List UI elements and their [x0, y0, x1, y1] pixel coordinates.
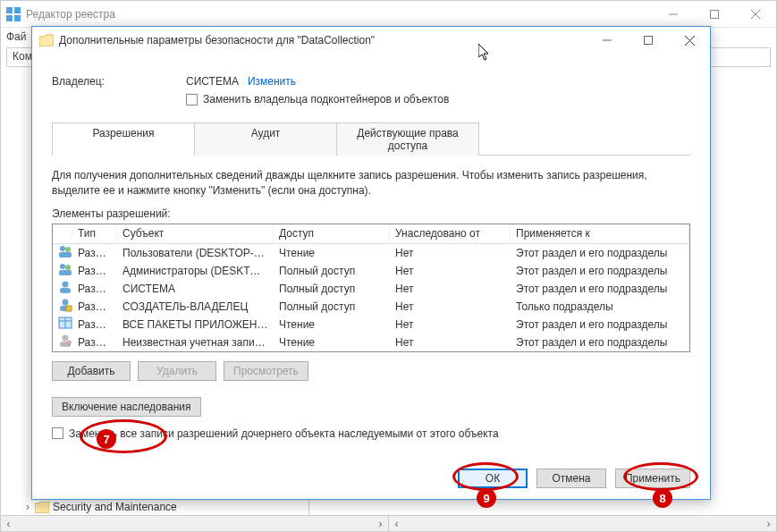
cell-applies: Этот раздел и его подразделы [511, 245, 689, 261]
dialog-maximize-button[interactable] [628, 27, 669, 54]
svg-point-16 [65, 265, 71, 270]
permission-row[interactable]: Разр…Администраторы (DESKTOP-…Полный дос… [53, 262, 689, 280]
cell-inherited: Нет [390, 317, 511, 333]
cell-subject: Администраторы (DESKTOP-… [117, 263, 274, 279]
cell-subject: Неизвестная учетная запись… [117, 334, 274, 350]
col-type[interactable]: Тип [72, 224, 117, 242]
principal-icon: ? [58, 334, 72, 348]
view-button[interactable]: Просмотреть [224, 361, 308, 381]
permission-row[interactable]: ?Разр…Неизвестная учетная запись…ЧтениеН… [53, 334, 689, 351]
cell-access: Полный доступ [274, 263, 390, 279]
regedit-titlebar[interactable]: Редактор реестра [1, 1, 776, 28]
cell-applies: Этот раздел и его подразделы [511, 317, 689, 333]
enable-inheritance-button[interactable]: Включение наследования [52, 397, 201, 417]
principal-icon [58, 262, 72, 276]
permission-row[interactable]: Разр…СИСТЕМАПолный доступНетЭтот раздел … [53, 280, 689, 298]
replace-child-checkbox[interactable] [52, 427, 63, 439]
replace-owner-label: Заменить владельца подконтейнеров и объе… [203, 93, 449, 106]
permissions-list[interactable]: Тип Субъект Доступ Унаследовано от Приме… [52, 224, 690, 352]
principal-icon [58, 280, 72, 294]
cell-applies: Только подразделы [511, 299, 689, 315]
tab-audit[interactable]: Аудит [194, 122, 337, 156]
cell-access: Чтение [274, 317, 390, 333]
col-applies[interactable]: Применяется к [511, 224, 689, 242]
values-hscrollbar[interactable]: ‹ › [389, 516, 776, 531]
svg-text:?: ? [67, 339, 72, 348]
replace-child-label: Заменить все записи разрешений дочернего… [69, 427, 499, 440]
tab-permissions[interactable]: Разрешения [52, 122, 195, 156]
cell-type: Разр… [72, 281, 117, 297]
cell-access: Полный доступ [274, 299, 390, 315]
permission-row[interactable]: Разр…ВСЕ ПАКЕТЫ ПРИЛОЖЕНИЙЧтениеНетЭтот … [53, 316, 689, 334]
advanced-security-dialog: Дополнительные параметры безопасности дл… [31, 26, 711, 500]
svg-rect-14 [59, 252, 72, 258]
svg-point-18 [63, 282, 69, 288]
principal-icon [58, 298, 72, 312]
dialog-tabs: Разрешения Аудит Действующие права досту… [52, 122, 690, 156]
svg-rect-19 [60, 288, 71, 293]
svg-rect-2 [6, 15, 13, 21]
col-subject[interactable]: Субъект [117, 224, 274, 242]
cell-access: Чтение [274, 245, 390, 261]
regedit-title: Редактор реестра [26, 8, 653, 21]
principal-icon [58, 244, 72, 258]
principal-icon [58, 316, 72, 330]
cell-type: Разр… [72, 317, 117, 333]
cell-type: Разр… [72, 299, 117, 315]
regedit-close-button[interactable] [735, 1, 776, 28]
svg-point-20 [63, 300, 69, 306]
tree-item[interactable]: › Security and Maintenance [1, 499, 308, 515]
svg-point-12 [60, 246, 65, 251]
expand-icon[interactable]: › [22, 501, 33, 513]
menu-file[interactable]: Фай [6, 30, 27, 43]
regedit-maximize-button[interactable] [694, 1, 735, 28]
permission-row[interactable]: Разр…СОЗДАТЕЛЬ-ВЛАДЕЛЕЦПолный доступНетТ… [53, 298, 689, 316]
col-access[interactable]: Доступ [274, 224, 390, 242]
cell-subject: СИСТЕМА [117, 281, 274, 297]
dialog-title: Дополнительные параметры безопасности дл… [59, 34, 587, 46]
change-owner-link[interactable]: Изменить [248, 75, 296, 88]
apply-button[interactable]: Применить [615, 469, 690, 488]
cancel-button[interactable]: Отмена [536, 469, 606, 488]
scroll-left-icon[interactable]: ‹ [389, 516, 404, 531]
dialog-minimize-button[interactable] [587, 27, 628, 54]
owner-value: СИСТЕМА [186, 75, 239, 88]
ok-button[interactable]: ОК [458, 469, 528, 488]
svg-point-15 [60, 264, 65, 269]
address-text: Ком [13, 50, 32, 63]
tree-hscrollbar[interactable]: ‹ › [1, 516, 389, 531]
dialog-close-button[interactable] [669, 27, 710, 54]
permission-row[interactable]: Разр…Пользователи (DESKTOP-AC…ЧтениеНетЭ… [53, 244, 689, 262]
cell-type: Разр… [72, 245, 117, 261]
permissions-header-row: Тип Субъект Доступ Унаследовано от Приме… [53, 224, 689, 244]
svg-rect-22 [66, 306, 72, 311]
svg-point-13 [65, 247, 71, 252]
tab-effective-access[interactable]: Действующие права доступа [336, 122, 479, 156]
scroll-right-icon[interactable]: › [373, 516, 388, 531]
col-inherited[interactable]: Унаследовано от [390, 224, 511, 242]
cell-applies: Этот раздел и его подразделы [511, 334, 689, 350]
cell-inherited: Нет [390, 299, 511, 315]
regedit-minimize-button[interactable] [653, 1, 694, 28]
cell-type: Разр… [72, 263, 117, 279]
tree-item-label: Security and Maintenance [53, 501, 177, 513]
svg-rect-1 [14, 7, 21, 13]
cell-subject: ВСЕ ПАКЕТЫ ПРИЛОЖЕНИЙ [117, 317, 274, 333]
cell-inherited: Нет [390, 263, 511, 279]
scroll-right-icon[interactable]: › [761, 516, 776, 531]
svg-rect-9 [645, 37, 653, 45]
cell-type: Разр… [72, 334, 117, 350]
svg-rect-0 [6, 7, 13, 13]
svg-rect-5 [711, 10, 719, 18]
cell-inherited: Нет [390, 334, 511, 350]
scroll-left-icon[interactable]: ‹ [1, 516, 16, 531]
svg-rect-3 [14, 15, 21, 21]
cell-subject: Пользователи (DESKTOP-AC… [117, 245, 274, 261]
cell-access: Чтение [274, 334, 390, 350]
cell-inherited: Нет [390, 281, 511, 297]
remove-button[interactable]: Удалить [138, 361, 216, 381]
replace-owner-checkbox[interactable] [186, 94, 198, 106]
svg-rect-17 [59, 270, 72, 275]
dialog-titlebar[interactable]: Дополнительные параметры безопасности дл… [32, 27, 710, 54]
add-button[interactable]: Добавить [52, 361, 131, 381]
